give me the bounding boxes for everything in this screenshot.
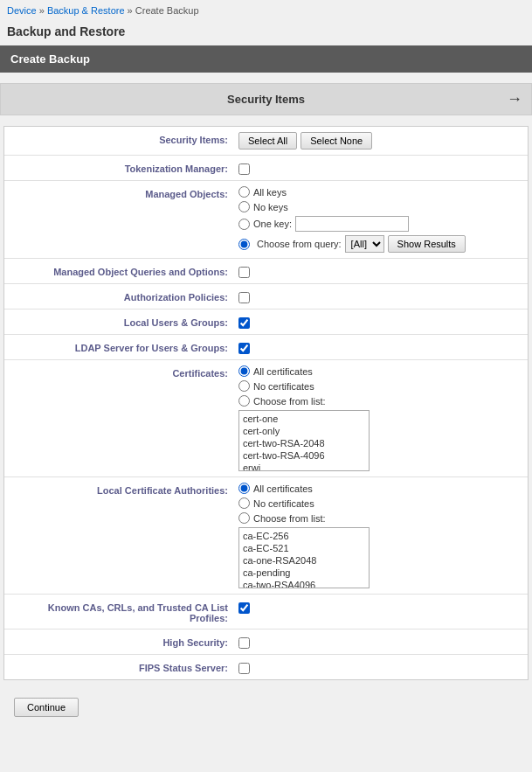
high-security-label: High Security:	[11, 635, 238, 648]
list-item[interactable]: ca-one-RSA2048	[241, 554, 367, 567]
list-item[interactable]: ca-EC-256	[241, 530, 367, 542]
all-certs-radio-row: All certificates	[238, 365, 370, 377]
one-key-radio-row: One key:	[238, 216, 466, 232]
no-keys-radio[interactable]	[238, 201, 250, 212]
all-certs-label: All certificates	[253, 366, 313, 377]
managed-objects-row: Managed Objects: All keys No keys One ke…	[4, 181, 528, 259]
cert-listbox[interactable]: cert-onecert-onlycert-two-RSA-2048cert-t…	[238, 410, 370, 471]
select-all-button[interactable]: Select All	[238, 132, 297, 150]
breadcrumb-backup-link[interactable]: Backup & Restore	[47, 5, 125, 16]
no-certs-label: No certificates	[253, 381, 314, 392]
managed-objects-label: Managed Objects:	[11, 186, 238, 199]
list-item[interactable]: erwi	[241, 462, 367, 471]
fips-status-label: FIPS Status Server:	[11, 660, 238, 673]
high-security-row: High Security:	[4, 629, 528, 655]
page-title: Backup and Restore	[0, 21, 532, 45]
list-item[interactable]: cert-only	[241, 425, 367, 437]
choose-query-label: Choose from query:	[257, 239, 342, 249]
ldap-server-checkbox[interactable]	[238, 343, 250, 354]
fips-status-checkbox[interactable]	[238, 663, 250, 674]
all-certs2-radio[interactable]	[238, 483, 250, 494]
choose-from-list2-radio-row: Choose from list:	[238, 512, 370, 524]
ldap-server-row: LDAP Server for Users & Groups:	[4, 335, 528, 360]
local-users-row: Local Users & Groups:	[4, 309, 528, 335]
one-key-input[interactable]	[295, 216, 409, 232]
authorization-policies-row: Authorization Policies:	[4, 284, 528, 309]
one-key-radio[interactable]	[238, 219, 250, 230]
select-none-button[interactable]: Select None	[301, 132, 372, 150]
no-certs2-radio-row: No certificates	[238, 497, 370, 509]
security-items-label: Security Items:	[11, 132, 238, 145]
all-keys-label: All keys	[253, 187, 287, 198]
no-keys-label: No keys	[253, 202, 288, 212]
fips-status-control	[238, 660, 521, 674]
managed-object-queries-row: Managed Object Queries and Options:	[4, 259, 528, 284]
local-users-label: Local Users & Groups:	[11, 315, 238, 328]
all-keys-radio-row: All keys	[238, 186, 466, 198]
all-certs2-radio-row: All certificates	[238, 483, 370, 494]
known-cas-row: Known CAs, CRLs, and Trusted CA List Pro…	[4, 595, 528, 629]
choose-query-radio-row: Choose from query: [All] Show Results	[238, 235, 466, 253]
query-select[interactable]: [All]	[345, 235, 384, 253]
continue-section: Continue	[0, 680, 532, 734]
authorization-policies-checkbox[interactable]	[238, 292, 250, 303]
no-keys-radio-row: No keys	[238, 201, 466, 212]
breadcrumb-device-link[interactable]: Device	[7, 5, 37, 16]
show-results-button[interactable]: Show Results	[388, 235, 466, 253]
breadcrumb-current: Create Backup	[135, 5, 199, 16]
tokenization-manager-label: Tokenization Manager:	[11, 161, 238, 174]
choose-from-list-radio[interactable]	[238, 395, 250, 407]
certificates-label: Certificates:	[11, 365, 238, 379]
high-security-checkbox[interactable]	[238, 637, 250, 649]
managed-object-queries-control	[238, 264, 521, 278]
choose-query-radio[interactable]	[238, 239, 250, 250]
breadcrumb-sep1: »	[39, 5, 47, 16]
certificates-control: All certificates No certificates Choose …	[238, 365, 521, 471]
certificates-row: Certificates: All certificates No certif…	[4, 360, 528, 477]
section-header: Create Backup	[0, 45, 532, 73]
all-keys-radio[interactable]	[238, 186, 250, 198]
list-item[interactable]: cert-one	[241, 413, 367, 425]
ca-listbox[interactable]: ca-EC-256ca-EC-521ca-one-RSA2048ca-pendi…	[238, 527, 370, 588]
banner-arrow-icon: →	[507, 90, 522, 108]
choose-from-list2-radio[interactable]	[238, 512, 250, 524]
one-key-label: One key:	[253, 219, 292, 229]
list-item[interactable]: ca-EC-521	[241, 542, 367, 554]
no-certs-radio[interactable]	[238, 380, 250, 392]
local-users-control	[238, 315, 521, 329]
local-ca-label: Local Certificate Authorities:	[11, 483, 238, 496]
ldap-server-control	[238, 340, 521, 354]
local-ca-control: All certificates No certificates Choose …	[238, 483, 521, 588]
list-item[interactable]: cert-two-RSA-2048	[241, 437, 367, 449]
all-certs2-label: All certificates	[253, 483, 313, 494]
form-container: Security Items: Select All Select None T…	[3, 126, 529, 680]
high-security-control	[238, 635, 521, 649]
continue-button[interactable]: Continue	[14, 698, 79, 717]
local-users-checkbox[interactable]	[238, 317, 250, 329]
tokenization-manager-checkbox[interactable]	[238, 163, 250, 175]
tokenization-manager-row: Tokenization Manager:	[4, 156, 528, 181]
no-certs2-label: No certificates	[253, 498, 314, 509]
managed-objects-radio-group: All keys No keys One key: Choose from qu…	[238, 186, 466, 253]
managed-object-queries-checkbox[interactable]	[238, 267, 250, 278]
all-certs-radio[interactable]	[238, 365, 250, 377]
local-ca-row: Local Certificate Authorities: All certi…	[4, 477, 528, 595]
security-items-controls: Select All Select None	[238, 132, 521, 150]
security-items-row: Security Items: Select All Select None	[4, 127, 528, 156]
known-cas-control	[238, 600, 521, 614]
security-items-banner: Security Items →	[0, 83, 532, 115]
local-ca-radio-group: All certificates No certificates Choose …	[238, 483, 370, 588]
authorization-policies-control	[238, 289, 521, 303]
no-certs2-radio[interactable]	[238, 497, 250, 509]
list-item[interactable]: ca-two-RSA4096	[241, 579, 367, 588]
known-cas-label: Known CAs, CRLs, and Trusted CA List Pro…	[11, 600, 238, 623]
choose-from-list2-label: Choose from list:	[253, 513, 326, 524]
managed-objects-control: All keys No keys One key: Choose from qu…	[238, 186, 521, 253]
breadcrumb: Device » Backup & Restore » Create Backu…	[0, 0, 532, 21]
choose-from-list-radio-row: Choose from list:	[238, 395, 370, 407]
fips-status-row: FIPS Status Server:	[4, 655, 528, 679]
known-cas-checkbox[interactable]	[238, 602, 250, 614]
no-certs-radio-row: No certificates	[238, 380, 370, 392]
list-item[interactable]: ca-pending	[241, 567, 367, 579]
list-item[interactable]: cert-two-RSA-4096	[241, 449, 367, 462]
